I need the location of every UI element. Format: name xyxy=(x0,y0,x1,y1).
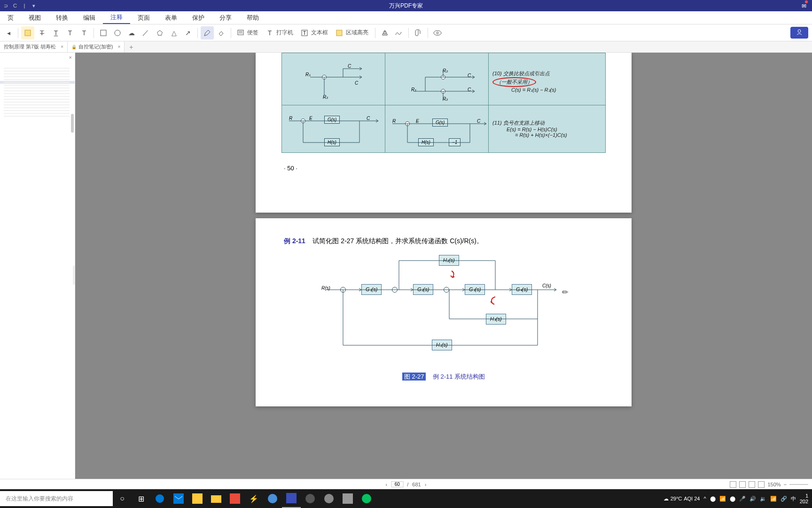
tab-document-2[interactable]: 🔒 自控笔记(加密) × xyxy=(68,41,125,52)
svg-rect-45 xyxy=(286,493,297,503)
menu-convert[interactable]: 转换 xyxy=(48,11,76,24)
explorer-icon[interactable] xyxy=(207,489,226,508)
view-facing-button[interactable] xyxy=(749,481,755,488)
wifi-icon[interactable]: 📶 xyxy=(719,496,726,502)
close-icon[interactable]: × xyxy=(117,44,120,49)
triangle-tool[interactable]: △ xyxy=(167,26,180,40)
pdf-app-icon[interactable] xyxy=(282,489,301,508)
sidebar-scrollbar[interactable] xyxy=(71,114,74,133)
view-grid-button[interactable] xyxy=(758,481,765,488)
tray-icon[interactable]: ⬤ xyxy=(710,496,716,502)
wifi-icon[interactable]: 📶 xyxy=(770,496,777,502)
titlebar: ⊃ C | ▾ 万兴PDF专家 ✉ xyxy=(0,0,812,11)
sticky-note-tool[interactable]: 便签 xyxy=(234,26,262,40)
svg-rect-0 xyxy=(25,30,31,36)
annotation-toolbar: ◂ T̶ T T T ☁ ／ ⬠ △ ↗ 便签 T 打字机 T 文本框 区域高亮 xyxy=(0,24,812,41)
arrow-tool[interactable]: ↗ xyxy=(181,26,195,40)
weather-widget[interactable]: ☁ 29°C AQI 24 xyxy=(664,496,700,502)
sep: | xyxy=(21,2,28,9)
app-icon-1[interactable] xyxy=(226,489,244,508)
menu-pages[interactable]: 页面 xyxy=(130,11,157,24)
line-tool[interactable]: ／ xyxy=(139,26,152,40)
app-icon-2[interactable]: ⚡ xyxy=(244,489,263,508)
zoom-level: 150% xyxy=(767,482,781,487)
thumbnail-list[interactable] xyxy=(0,53,75,118)
menu-help[interactable]: 帮助 xyxy=(239,11,266,24)
mail-app-icon[interactable] xyxy=(169,489,188,508)
dropdown-button[interactable]: ▾ xyxy=(30,2,38,9)
highlight-tool[interactable] xyxy=(21,26,34,40)
pencil-tool[interactable] xyxy=(201,26,214,40)
menu-forms[interactable]: 表单 xyxy=(157,11,185,24)
account-button[interactable] xyxy=(790,27,808,39)
signature-tool[interactable] xyxy=(392,26,406,40)
cortana-icon[interactable]: ○ xyxy=(113,489,132,508)
tab-document-1[interactable]: 控制原理 第7版 胡寿松 × xyxy=(0,41,68,52)
clock-time[interactable]: 1 xyxy=(800,493,808,499)
ime-indicator[interactable]: 中 xyxy=(791,495,796,502)
menubar: 页 视图 转换 编辑 注释 页面 表单 保护 分享 帮助 xyxy=(0,11,812,24)
caret-tool[interactable]: T xyxy=(78,26,91,40)
attachment-tool[interactable] xyxy=(412,26,425,40)
figure-number: 图 2-27 xyxy=(402,373,426,381)
speaker-icon[interactable]: 🔊 xyxy=(750,496,756,502)
view-continuous-button[interactable] xyxy=(739,481,746,488)
page-number: · 50 · xyxy=(284,165,632,172)
undo-button[interactable]: ⊃ xyxy=(2,2,9,9)
underline-tool[interactable]: T xyxy=(49,26,62,40)
hide-annotations-tool[interactable] xyxy=(431,26,444,40)
menu-page[interactable]: 页 xyxy=(0,11,21,24)
rectangle-tool[interactable] xyxy=(97,26,110,40)
mail-button[interactable]: ✉ xyxy=(802,1,806,10)
cloud-tool[interactable]: ☁ xyxy=(125,26,138,40)
tray-icon[interactable]: ⬤ xyxy=(730,496,735,502)
view-single-button[interactable] xyxy=(730,481,736,488)
mic-icon[interactable]: 🎤 xyxy=(739,496,746,502)
sogou-icon[interactable] xyxy=(263,489,282,508)
svg-rect-42 xyxy=(211,495,221,503)
menu-share[interactable]: 分享 xyxy=(212,11,239,24)
volume-icon[interactable]: 🔉 xyxy=(760,496,766,502)
strikethrough-tool[interactable]: T̶ xyxy=(35,26,48,40)
red-annotation-circle: （一般不采用） xyxy=(492,77,536,87)
prev-page-button[interactable]: ‹ xyxy=(386,482,388,487)
close-icon[interactable]: × xyxy=(61,44,63,49)
stamp-tool[interactable] xyxy=(378,26,391,40)
app-icon-3[interactable] xyxy=(301,489,320,508)
squiggly-tool[interactable]: T xyxy=(63,26,77,40)
area-highlight-tool[interactable]: 区域高亮 xyxy=(333,26,372,40)
lock-icon: 🔒 xyxy=(71,45,77,49)
sticky-notes-icon[interactable] xyxy=(188,489,207,508)
svg-rect-40 xyxy=(173,493,184,504)
app-icon-4[interactable] xyxy=(320,489,338,508)
pdf-viewport[interactable]: R₁ R₂ C C xyxy=(75,53,812,479)
eraser-tool[interactable] xyxy=(215,26,228,40)
tray-chevron-icon[interactable]: ^ xyxy=(703,496,706,501)
svg-point-47 xyxy=(324,494,334,503)
menu-view[interactable]: 视图 xyxy=(21,11,48,24)
add-tab-button[interactable]: + xyxy=(125,43,138,51)
tray-icon[interactable]: 🔗 xyxy=(781,496,787,502)
textbox-tool[interactable]: T 文本框 xyxy=(298,26,332,40)
menu-annotate[interactable]: 注释 xyxy=(103,11,130,24)
zoom-out-button[interactable]: − xyxy=(784,482,787,487)
menu-edit[interactable]: 编辑 xyxy=(76,11,103,24)
taskview-icon[interactable]: ⊞ xyxy=(132,489,150,508)
svg-point-10 xyxy=(437,32,438,34)
chevron-left-icon[interactable]: ◂ xyxy=(2,26,15,40)
page-input[interactable] xyxy=(391,481,403,487)
edge-icon[interactable] xyxy=(150,489,169,508)
circle-tool[interactable] xyxy=(111,26,124,40)
close-sidebar-button[interactable]: × xyxy=(69,55,72,60)
app-icon-5[interactable] xyxy=(338,489,357,508)
wechat-icon[interactable] xyxy=(357,489,376,508)
menu-protect[interactable]: 保护 xyxy=(185,11,212,24)
zoom-slider[interactable] xyxy=(789,484,808,485)
redo-button[interactable]: C xyxy=(11,2,19,9)
windows-taskbar: 在这里输入你要搜索的内容 ○ ⊞ ⚡ ☁ 29°C AQI 24 ^ ⬤ 📶 ⬤… xyxy=(0,489,812,508)
block-diagram: R(s) C(s) H₂(s) G₁(s) G₂(s) G₃(s) G₄(s) … xyxy=(326,255,561,363)
pentagon-tool[interactable]: ⬠ xyxy=(153,26,166,40)
windows-search-input[interactable]: 在这里输入你要搜索的内容 xyxy=(0,491,113,506)
next-page-button[interactable]: › xyxy=(425,482,427,487)
typewriter-tool[interactable]: T 打字机 xyxy=(263,26,297,40)
